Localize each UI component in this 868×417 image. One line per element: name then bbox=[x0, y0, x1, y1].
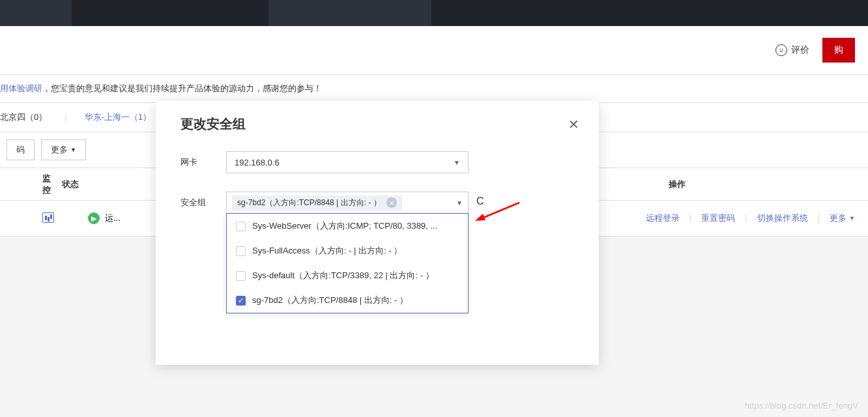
sg-dropdown-list: Sys-WebServer（入方向:ICMP; TCP/80, 3389, ..… bbox=[226, 213, 469, 313]
refresh-button[interactable]: C bbox=[476, 192, 484, 207]
close-button[interactable]: ✕ bbox=[568, 117, 579, 132]
checkbox-unchecked[interactable] bbox=[236, 271, 246, 281]
nic-value: 192.168.0.6 bbox=[235, 158, 280, 167]
sg-option-default[interactable]: Sys-default（入方向:TCP/3389, 22 | 出方向: - ） bbox=[227, 263, 468, 288]
modal-title: 更改安全组 bbox=[181, 115, 246, 133]
checkbox-unchecked[interactable] bbox=[236, 246, 246, 256]
tag-remove-icon[interactable]: ✕ bbox=[386, 197, 397, 208]
sg-multi-select[interactable]: sg-7bd2（入方向:TCP/8848 | 出方向: - ） ✕ ▼ bbox=[226, 192, 469, 214]
security-group-modal: 更改安全组 ✕ 网卡 192.168.0.6 ▼ 安全组 sg-7bd2（入方向… bbox=[156, 101, 599, 365]
chevron-down-icon: ▼ bbox=[454, 159, 460, 166]
sg-option-fullaccess[interactable]: Sys-FullAccess（入方向: - | 出方向: - ） bbox=[227, 238, 468, 263]
refresh-icon: C bbox=[476, 195, 484, 207]
nic-select[interactable]: 192.168.0.6 ▼ bbox=[226, 151, 469, 173]
modal-overlay: 更改安全组 ✕ 网卡 192.168.0.6 ▼ 安全组 sg-7bd2（入方向… bbox=[0, 0, 868, 417]
selected-sg-tag: sg-7bd2（入方向:TCP/8848 | 出方向: - ） ✕ bbox=[232, 195, 402, 210]
sg-option-7bd2[interactable]: ✓ sg-7bd2（入方向:TCP/8848 | 出方向: - ） bbox=[227, 288, 468, 313]
nic-label: 网卡 bbox=[181, 151, 226, 168]
chevron-down-icon: ▼ bbox=[456, 199, 463, 207]
close-icon: ✕ bbox=[568, 117, 579, 132]
checkbox-unchecked[interactable] bbox=[236, 222, 246, 231]
checkbox-checked[interactable]: ✓ bbox=[236, 296, 246, 306]
sg-label: 安全组 bbox=[181, 192, 226, 208]
sg-option-webserver[interactable]: Sys-WebServer（入方向:ICMP; TCP/80, 3389, ..… bbox=[227, 214, 468, 238]
